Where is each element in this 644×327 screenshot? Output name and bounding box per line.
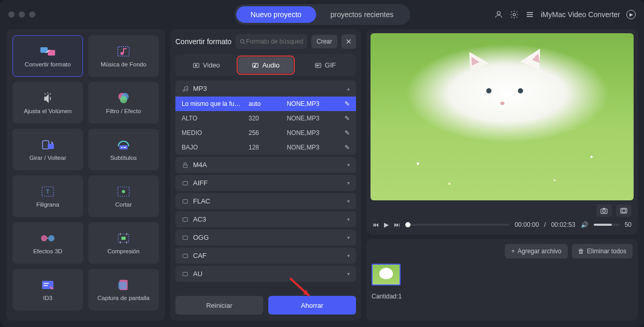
- reset-button[interactable]: Reiniciar: [175, 296, 263, 315]
- format-list[interactable]: MP3 ▴ Lo mismo que la fu… auto NONE,MP3 …: [175, 80, 356, 288]
- svg-rect-22: [118, 282, 127, 289]
- format-icon: [182, 252, 189, 260]
- volume-icon: [39, 91, 56, 105]
- format-group-au: AU▾: [175, 266, 356, 282]
- screenshot-icon: [115, 278, 132, 292]
- svg-rect-10: [48, 144, 54, 149]
- tool-screenshot[interactable]: Captura de pantalla: [88, 269, 159, 310]
- tool-cut[interactable]: Cortar: [88, 175, 159, 217]
- timeline-slider[interactable]: [405, 224, 510, 226]
- edit-icon[interactable]: ✎: [339, 100, 350, 107]
- video-preview[interactable]: [371, 33, 634, 200]
- fullscreen-button[interactable]: [616, 205, 632, 217]
- tool-adjust-volume[interactable]: Ajusta el Volúmen: [12, 82, 83, 124]
- tool-rotate-flip[interactable]: Girar / Voltear: [12, 129, 83, 170]
- group-header[interactable]: CAF▾: [175, 248, 356, 264]
- account-icon[interactable]: [494, 10, 503, 19]
- tab-gif[interactable]: GIF: [297, 57, 353, 73]
- add-file-button[interactable]: +Agregar archivo: [505, 244, 568, 258]
- group-header[interactable]: M4A▾: [175, 157, 356, 173]
- svg-point-16: [41, 235, 47, 241]
- tool-label: Captura de pantalla: [98, 295, 149, 301]
- maximize-window-icon[interactable]: [29, 11, 35, 18]
- tab-recent-projects[interactable]: proyectos recientes: [316, 6, 408, 23]
- settings-icon[interactable]: [510, 10, 519, 19]
- camera-icon: [600, 207, 608, 214]
- search-input[interactable]: [246, 38, 303, 45]
- music-note-icon: [182, 85, 189, 92]
- tool-label: Girar / Voltear: [30, 155, 66, 161]
- tool-id3[interactable]: ID3: [12, 269, 83, 310]
- format-row[interactable]: ALTO 320 NONE,MP3 ✎: [175, 111, 356, 126]
- window-controls[interactable]: [8, 11, 35, 18]
- fullscreen-icon: [620, 207, 628, 214]
- tool-background-music[interactable]: Música de Fondo: [88, 35, 159, 77]
- tab-video[interactable]: Video: [179, 57, 234, 73]
- delete-all-button[interactable]: 🗑Eliminar todos: [572, 244, 633, 258]
- search-field[interactable]: [236, 34, 307, 49]
- chevron-down-icon: ▾: [347, 235, 350, 240]
- play-button[interactable]: ▶: [384, 221, 389, 228]
- group-header[interactable]: MP3 ▴: [175, 80, 356, 97]
- edit-icon[interactable]: ✎: [339, 115, 350, 122]
- tool-label: Efectos 3D: [33, 248, 62, 254]
- prev-button[interactable]: ⏮: [373, 221, 379, 228]
- plus-icon: +: [511, 248, 515, 255]
- tool-3d-effects[interactable]: Efectos 3D: [12, 222, 83, 264]
- play-badge-icon[interactable]: ▶: [626, 10, 636, 19]
- subtitles-icon: [115, 138, 132, 152]
- edit-icon[interactable]: ✎: [339, 129, 350, 137]
- group-header[interactable]: AU▾: [175, 266, 356, 282]
- format-row[interactable]: MEDIO 256 NONE,MP3 ✎: [175, 126, 356, 140]
- next-button[interactable]: ⏭: [394, 221, 400, 228]
- rotate-icon: [39, 138, 56, 152]
- edit-icon[interactable]: ✎: [339, 144, 350, 151]
- watermark-icon: T: [39, 185, 56, 198]
- music-icon: [115, 45, 132, 58]
- tool-subtitles[interactable]: Subtítulos: [88, 129, 159, 170]
- tab-new-project[interactable]: Nuevo proyecto: [236, 6, 316, 23]
- format-type-tabs: Video Audio GIF: [175, 54, 356, 76]
- chevron-down-icon: ▾: [347, 180, 350, 186]
- format-row[interactable]: Lo mismo que la fu… auto NONE,MP3 ✎: [175, 97, 356, 111]
- tab-audio[interactable]: Audio: [238, 57, 294, 73]
- create-button[interactable]: Crear: [311, 35, 337, 48]
- svg-point-23: [241, 39, 244, 43]
- tool-watermark[interactable]: T Filigrana: [12, 175, 83, 217]
- group-header[interactable]: AIFF▾: [175, 175, 356, 191]
- tool-label: Convertir formato: [25, 61, 71, 67]
- tool-compression[interactable]: Compresión: [88, 222, 159, 264]
- gif-icon: [314, 62, 322, 69]
- close-panel-button[interactable]: ✕: [341, 34, 356, 49]
- chevron-down-icon: ▾: [347, 253, 350, 258]
- menu-icon[interactable]: [525, 10, 535, 19]
- search-icon: [240, 38, 246, 45]
- format-row[interactable]: BAJO 128 NONE,MP3 ✎: [175, 140, 356, 155]
- svg-rect-19: [121, 237, 126, 240]
- group-header[interactable]: OGG▾: [175, 229, 356, 246]
- tool-convert-format[interactable]: Convertir formato: [12, 35, 83, 77]
- chevron-down-icon: ▾: [347, 271, 350, 277]
- group-header[interactable]: AC3▾: [175, 211, 356, 227]
- tool-label: Subtítulos: [110, 155, 136, 161]
- glasses-3d-icon: [39, 231, 56, 245]
- svg-rect-30: [183, 165, 187, 167]
- lock-icon: [182, 161, 189, 169]
- volume-icon[interactable]: 🔊: [581, 221, 588, 228]
- svg-rect-34: [183, 236, 187, 239]
- convert-icon: [39, 45, 56, 58]
- svg-point-17: [48, 235, 54, 241]
- tool-filter-effect[interactable]: Filtro / Efecto: [88, 82, 159, 124]
- video-icon: [193, 62, 200, 69]
- close-window-icon[interactable]: [8, 11, 15, 18]
- file-thumbnail[interactable]: [372, 264, 401, 285]
- save-button[interactable]: Ahorrar: [268, 296, 356, 315]
- group-header[interactable]: FLAC▾: [175, 193, 356, 209]
- volume-slider[interactable]: [594, 224, 620, 226]
- thumbnail-image: [372, 264, 401, 285]
- right-panel: ⏮ ▶ ⏭ 00:00:00/00:02:53 🔊 50 +Agregar ar…: [366, 29, 638, 321]
- snapshot-button[interactable]: [596, 205, 612, 217]
- tool-label: Filtro / Efecto: [106, 108, 141, 114]
- minimize-window-icon[interactable]: [19, 11, 25, 18]
- svg-point-0: [497, 11, 500, 15]
